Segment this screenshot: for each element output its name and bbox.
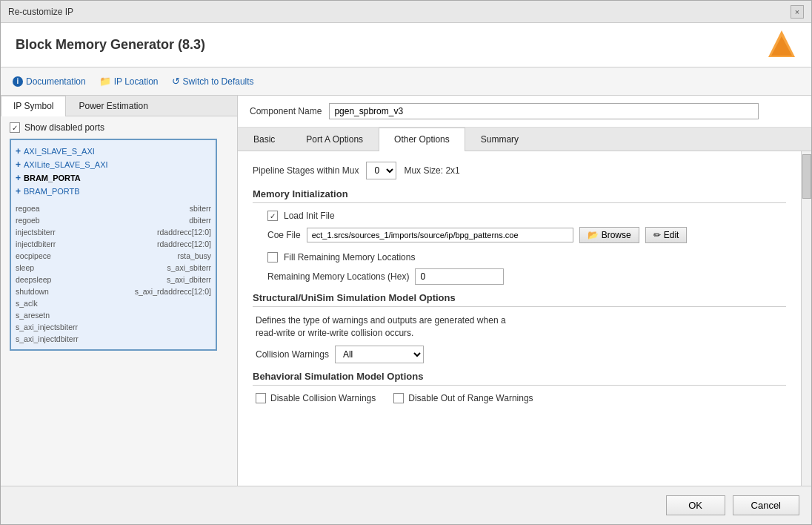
cancel-button[interactable]: Cancel [733,495,799,515]
show-ports-checkbox[interactable] [10,122,20,133]
bram-porta-row[interactable]: BRAM_PORTA [24,174,81,182]
component-name-input[interactable] [329,103,759,119]
tab-ip-symbol[interactable]: IP Symbol [1,96,66,116]
disable-collision-checkbox[interactable] [256,393,266,403]
tab-summary[interactable]: Summary [465,128,534,151]
sim-header: Structural/UniSim Simulation Model Optio… [253,292,786,307]
load-init-file-label: Load Init File [284,211,335,221]
show-ports-label: Show disabled ports [24,122,104,133]
component-name-label: Component Name [250,106,322,116]
close-button[interactable]: × [791,5,804,19]
tab-basic[interactable]: Basic [238,128,290,151]
browse-button[interactable]: 📂 Browse [579,227,639,243]
collision-warnings-label: Collision Warnings [256,349,329,360]
refresh-icon: ↺ [172,76,180,87]
ip-symbol-diagram: + AXI_SLAVE_S_AXI + AXILite_SLAVE_S_AXI … [10,139,217,351]
mux-size-label: Mux Size: 2x1 [404,165,459,176]
xilinx-logo [767,29,796,61]
behavioral-header: Behavioral Simulation Model Options [253,371,786,386]
sim-description: Defines the type of warnings and outputs… [253,314,786,340]
switch-to-defaults-button[interactable]: ↺ Switch to Defaults [172,76,254,87]
scroll-thumb[interactable] [802,154,811,199]
bram-portb-row[interactable]: BRAM_PORTB [24,187,80,196]
load-init-file-checkbox[interactable] [267,211,278,221]
folder-browse-icon: 📂 [588,230,599,240]
coe-file-label: Coe File [267,230,301,240]
disable-out-of-range-checkbox[interactable] [393,393,404,403]
dialog-title: Re-customize IP [8,7,73,17]
tab-port-a-options[interactable]: Port A Options [290,128,379,151]
fill-remaining-label: Fill Remaining Memory Locations [284,252,415,262]
remaining-mem-input[interactable] [415,268,504,285]
axi-slave-row[interactable]: AXI_SLAVE_S_AXI [24,147,95,156]
axilite-slave-row[interactable]: AXILite_SLAVE_S_AXI [24,160,108,169]
ok-button[interactable]: OK [666,495,725,515]
fill-remaining-checkbox[interactable] [267,252,278,262]
info-icon: i [13,76,23,87]
folder-icon: 📁 [99,76,111,87]
collision-warnings-select[interactable]: All Warning_Only Generate_X_Only None [335,346,424,363]
pipeline-label: Pipeline Stages within Mux [253,165,359,176]
mem-init-header: Memory Initialization [253,188,786,203]
disable-out-of-range-label: Disable Out of Range Warnings [408,393,533,403]
pipeline-select[interactable]: 0 1 2 [366,162,396,179]
documentation-button[interactable]: i Documentation [13,76,86,87]
coe-file-input[interactable] [307,228,573,242]
edit-icon: ✏ [653,230,661,240]
tab-other-options[interactable]: Other Options [379,128,465,151]
edit-button[interactable]: ✏ Edit [645,227,688,243]
tab-power-estimation[interactable]: Power Estimation [66,96,160,116]
remaining-mem-label: Remaining Memory Locations (Hex) [267,271,409,282]
page-title: Block Memory Generator (8.3) [16,37,205,53]
disable-collision-label: Disable Collision Warnings [270,393,376,403]
right-scrollbar[interactable] [801,151,811,486]
ip-location-button[interactable]: 📁 IP Location [99,76,159,87]
